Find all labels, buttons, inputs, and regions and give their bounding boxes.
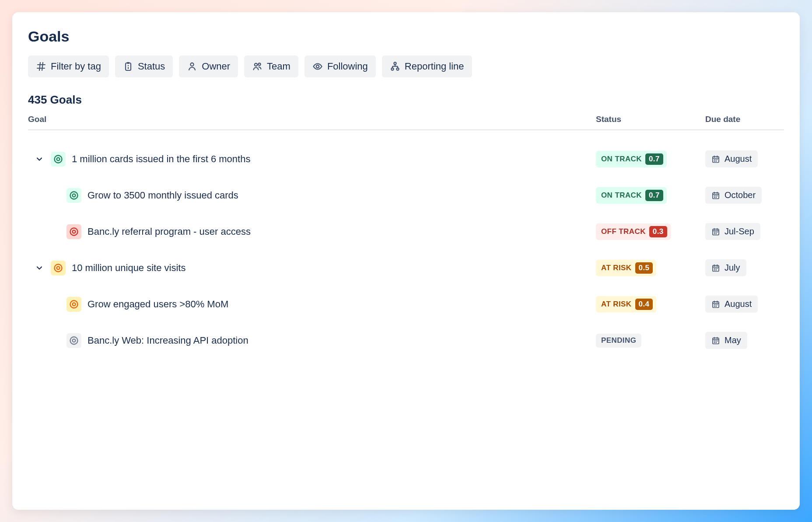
due-cell: July — [705, 259, 784, 276]
chevron-down-icon — [35, 155, 44, 164]
svg-point-10 — [70, 337, 78, 344]
status-label: ON TRACK — [601, 191, 642, 200]
filter-team-button[interactable]: Team — [244, 56, 298, 77]
goals-card: Goals Filter by tag Status Owner Team Fo… — [12, 12, 800, 510]
goal-cell: Banc.ly Web: Increasing API adoption — [28, 333, 587, 348]
goal-row[interactable]: Grow engaged users >80% MoM AT RISK 0.4 … — [28, 286, 784, 322]
filter-label: Filter by tag — [51, 61, 101, 72]
goal-cell: Banc.ly referral program - user access — [28, 224, 587, 239]
calendar-icon — [711, 264, 720, 272]
status-cell: ON TRACK 0.7 — [596, 151, 696, 167]
status-pill: AT RISK 0.4 — [596, 296, 656, 313]
filters-toolbar: Filter by tag Status Owner Team Followin… — [28, 56, 784, 77]
status-cell: AT RISK 0.5 — [596, 260, 696, 276]
status-label: OFF TRACK — [601, 227, 646, 236]
goal-row[interactable]: 1 million cards issued in the first 6 mo… — [28, 141, 784, 177]
due-label: October — [724, 190, 756, 200]
goal-title: Grow to 3500 monthly issued cards — [88, 190, 238, 201]
goal-type-badge — [66, 224, 81, 239]
goal-title: 1 million cards issued in the first 6 mo… — [72, 153, 250, 165]
clipboard-icon — [123, 61, 133, 72]
hash-icon — [36, 61, 46, 72]
due-label: August — [724, 154, 752, 164]
due-cell: Jul-Sep — [705, 223, 784, 240]
svg-point-7 — [57, 266, 60, 269]
due-cell: August — [705, 150, 784, 167]
svg-point-3 — [73, 194, 76, 197]
status-score: 0.7 — [645, 153, 663, 165]
target-icon — [69, 226, 79, 237]
goal-cell: Grow engaged users >80% MoM — [28, 297, 587, 312]
expand-toggle[interactable] — [34, 263, 45, 273]
calendar-icon — [711, 191, 720, 200]
status-label: AT RISK — [601, 300, 632, 309]
due-pill: May — [705, 332, 747, 349]
person-icon — [187, 61, 197, 72]
goal-title: Banc.ly referral program - user access — [88, 226, 251, 237]
due-pill: July — [705, 259, 746, 276]
target-icon — [69, 335, 79, 346]
filter-label: Owner — [202, 61, 230, 72]
svg-point-4 — [70, 228, 78, 235]
calendar-icon — [711, 300, 720, 309]
calendar-icon — [711, 227, 720, 236]
status-score: 0.5 — [635, 262, 653, 274]
svg-point-5 — [73, 230, 76, 233]
goal-row[interactable]: 10 million unique site visits AT RISK 0.… — [28, 250, 784, 286]
goal-type-badge — [66, 333, 81, 348]
filter-label: Status — [138, 61, 165, 72]
filter-label: Team — [267, 61, 290, 72]
status-label: AT RISK — [601, 264, 632, 272]
filter-status-button[interactable]: Status — [115, 56, 173, 77]
status-label: PENDING — [601, 336, 636, 345]
due-label: May — [724, 335, 741, 345]
orgchart-icon — [390, 61, 400, 72]
goals-rows: 1 million cards issued in the first 6 mo… — [28, 130, 784, 358]
filter-label: Following — [327, 61, 368, 72]
status-cell: PENDING — [596, 334, 696, 348]
goal-title: 10 million unique site visits — [72, 262, 186, 274]
svg-point-11 — [73, 339, 76, 342]
expand-toggle[interactable] — [34, 154, 45, 164]
col-due: Due date — [705, 115, 784, 124]
svg-point-6 — [55, 264, 62, 271]
svg-point-1 — [57, 157, 60, 160]
col-goal: Goal — [28, 115, 587, 124]
eye-icon — [312, 61, 323, 72]
svg-point-2 — [70, 191, 78, 199]
goal-row[interactable]: Banc.ly referral program - user access O… — [28, 213, 784, 250]
svg-point-0 — [55, 155, 62, 163]
status-score: 0.7 — [645, 190, 663, 201]
status-cell: OFF TRACK 0.3 — [596, 223, 696, 240]
goal-cell: 10 million unique site visits — [28, 261, 587, 275]
status-label: ON TRACK — [601, 155, 642, 164]
goal-type-badge — [66, 188, 81, 203]
goal-row[interactable]: Banc.ly Web: Increasing API adoption PEN… — [28, 322, 784, 358]
calendar-icon — [711, 336, 720, 345]
due-label: July — [724, 263, 740, 273]
status-pill: AT RISK 0.5 — [596, 260, 656, 276]
filter-owner-button[interactable]: Owner — [179, 56, 238, 77]
people-icon — [252, 61, 262, 72]
due-pill: August — [705, 296, 758, 313]
filter-reporting-button[interactable]: Reporting line — [382, 56, 472, 77]
filter-label: Reporting line — [405, 61, 464, 72]
due-pill: October — [705, 187, 762, 204]
col-status: Status — [596, 115, 696, 124]
filter-tag-button[interactable]: Filter by tag — [28, 56, 109, 77]
goal-type-badge — [51, 261, 66, 275]
status-pill: PENDING — [596, 334, 641, 348]
due-pill: August — [705, 150, 758, 167]
status-cell: ON TRACK 0.7 — [596, 187, 696, 204]
due-cell: August — [705, 296, 784, 313]
status-pill: ON TRACK 0.7 — [596, 187, 667, 204]
target-icon — [53, 263, 63, 273]
target-icon — [53, 154, 63, 164]
chevron-down-icon — [35, 264, 44, 272]
due-cell: October — [705, 187, 784, 204]
goals-count: 435 Goals — [28, 93, 784, 107]
status-cell: AT RISK 0.4 — [596, 296, 696, 313]
due-label: August — [724, 299, 752, 309]
goal-row[interactable]: Grow to 3500 monthly issued cards ON TRA… — [28, 177, 784, 213]
filter-following-button[interactable]: Following — [304, 56, 376, 77]
